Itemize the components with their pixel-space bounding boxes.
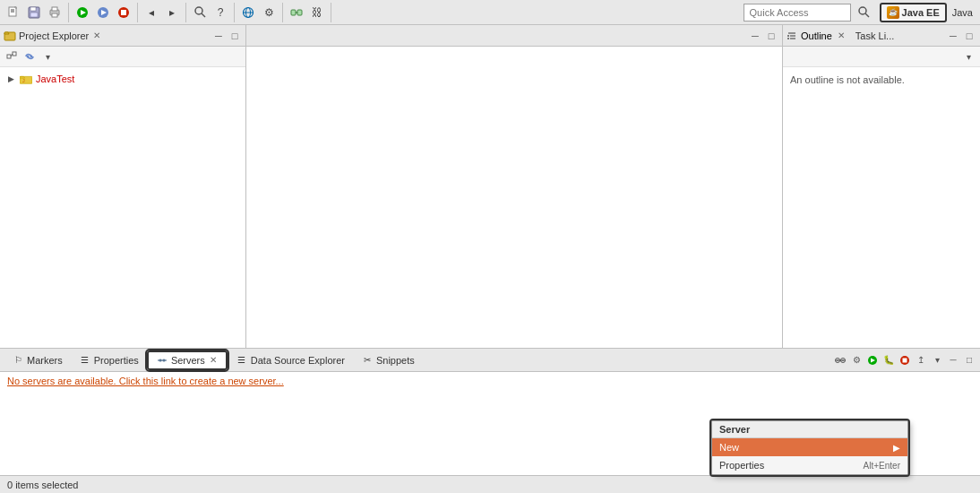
maximize-button[interactable]: □	[228, 29, 242, 43]
outline-content: An outline is not available.	[783, 67, 980, 348]
bottom-minimize[interactable]: ─	[946, 353, 960, 368]
view-menu-button[interactable]: ▾	[39, 48, 56, 65]
connect-button[interactable]	[287, 3, 306, 22]
markers-icon: ⚐	[12, 354, 24, 367]
project-explorer-title: Project Explorer ✕	[4, 30, 210, 42]
snippets-label: Snippets	[376, 355, 415, 366]
editor-content	[246, 47, 782, 348]
settings-button[interactable]: ⚙	[259, 3, 279, 22]
link-editor-button[interactable]	[21, 48, 38, 65]
server-run-button[interactable]	[865, 353, 880, 368]
tab-servers[interactable]: Servers ✕	[147, 350, 228, 370]
server-debug-button[interactable]: 🐛	[881, 353, 896, 368]
java-ee-icon: ☕	[887, 6, 899, 19]
context-menu-header: Server	[712, 421, 907, 438]
collapse-all-button[interactable]	[4, 48, 20, 65]
outline-header: Outline ✕ Task Li... ─ □	[783, 25, 980, 47]
servers-tab-close[interactable]: ✕	[208, 355, 219, 366]
bottom-maximize[interactable]: □	[962, 353, 976, 368]
no-servers-link[interactable]: No servers are available. Click this lin…	[7, 376, 284, 386]
context-new-arrow: ▶	[893, 443, 900, 453]
task-list-tab[interactable]: Task Li...	[855, 30, 894, 41]
search-toolbar-group: ?	[190, 3, 235, 22]
bottom-tab-controls: ⚙ 🐛 ↥ ▾ ─ □	[833, 353, 976, 368]
editor-header: ─ □	[246, 25, 782, 47]
editor-controls: ─ □	[748, 29, 778, 43]
context-menu: Server New ▶ Properties Alt+Enter	[711, 420, 908, 475]
project-explorer-close[interactable]: ✕	[91, 30, 102, 41]
bottom-tab-bar: ⚐ Markers ☰ Properties Servers ✕ ☰ Data …	[0, 349, 980, 372]
outline-view-menu[interactable]: ▾	[960, 48, 976, 65]
editor-minimize[interactable]: ─	[748, 29, 762, 43]
main-toolbar: ◂ ▸ ? ⚙ ⛓ ☕ Java EE Java	[0, 0, 980, 25]
servers-label: Servers	[171, 355, 205, 366]
java-ee-label: Java EE	[902, 7, 940, 18]
search-button[interactable]	[190, 3, 210, 22]
project-explorer-header: Project Explorer ✕ ─ □	[0, 25, 245, 47]
project-explorer-icon	[4, 30, 16, 42]
outline-minimize[interactable]: ─	[946, 29, 960, 43]
chain-button[interactable]: ⛓	[307, 3, 327, 22]
markers-label: Markers	[27, 355, 63, 366]
project-tree: ▶ J JavaTest	[0, 67, 245, 348]
svg-rect-26	[7, 55, 11, 58]
new-server-button[interactable]	[833, 353, 847, 368]
servers-icon	[156, 354, 168, 367]
context-properties-label: Properties	[719, 460, 860, 471]
javatest-label: JavaTest	[36, 74, 74, 84]
server-settings-button[interactable]: ⚙	[849, 353, 864, 368]
javatest-project-item[interactable]: ▶ J JavaTest	[2, 71, 244, 87]
globe-button[interactable]	[238, 3, 258, 22]
run-button[interactable]	[73, 3, 92, 22]
svg-rect-27	[13, 52, 16, 56]
svg-rect-5	[30, 13, 38, 17]
save-button[interactable]	[24, 3, 44, 22]
context-menu-title: Server	[719, 424, 750, 435]
overflow-button[interactable]: ▾	[930, 353, 944, 368]
svg-rect-4	[30, 7, 36, 11]
stop-button[interactable]	[114, 3, 133, 22]
tab-snippets[interactable]: ✂ Snippets	[353, 351, 423, 369]
server-pub-button[interactable]: ↥	[914, 353, 928, 368]
debug-button[interactable]	[93, 3, 113, 22]
outline-title: Outline	[801, 30, 832, 41]
tab-properties[interactable]: ☰ Properties	[71, 351, 147, 369]
help-button[interactable]: ?	[211, 3, 230, 22]
context-new-label: New	[719, 442, 890, 453]
tab-markers[interactable]: ⚐ Markers	[4, 351, 71, 369]
minimize-button[interactable]: ─	[211, 29, 226, 43]
context-menu-new[interactable]: New ▶	[712, 438, 907, 456]
svg-point-15	[195, 7, 202, 14]
print-button[interactable]	[45, 3, 64, 22]
back-button[interactable]: ◂	[142, 3, 161, 22]
properties-label: Properties	[94, 355, 139, 366]
quick-access-search[interactable]	[855, 3, 874, 22]
svg-rect-21	[297, 10, 302, 15]
properties-icon: ☰	[79, 354, 91, 367]
run-toolbar-group	[73, 3, 138, 22]
server-stop-button[interactable]	[898, 353, 912, 368]
outline-controls: ─ □	[946, 29, 976, 43]
project-explorer-label: Project Explorer	[19, 30, 89, 41]
outline-toolbar: ▾	[783, 47, 980, 67]
svg-point-36	[787, 35, 789, 37]
project-explorer-toolbar: ▾	[0, 47, 245, 67]
svg-rect-20	[291, 10, 296, 15]
editor-maximize[interactable]: □	[764, 29, 778, 43]
java-ee-perspective-button[interactable]: ☕ Java EE	[880, 3, 947, 22]
tab-datasource[interactable]: ☰ Data Source Explorer	[228, 351, 353, 369]
outline-maximize[interactable]: □	[962, 29, 976, 43]
svg-point-29	[27, 56, 30, 58]
status-bar: 0 items selected	[0, 475, 980, 493]
svg-rect-51	[903, 358, 907, 362]
outline-close[interactable]: ✕	[836, 30, 847, 41]
outline-icon	[787, 30, 797, 41]
context-menu-properties[interactable]: Properties Alt+Enter	[712, 456, 907, 474]
project-folder-icon: J	[19, 72, 33, 86]
forward-button[interactable]: ▸	[162, 3, 182, 22]
datasource-icon: ☰	[236, 354, 248, 367]
svg-rect-14	[121, 10, 126, 15]
new-button[interactable]	[4, 3, 23, 22]
quick-access-input[interactable]	[744, 4, 851, 22]
editor-panel: ─ □	[246, 25, 783, 348]
